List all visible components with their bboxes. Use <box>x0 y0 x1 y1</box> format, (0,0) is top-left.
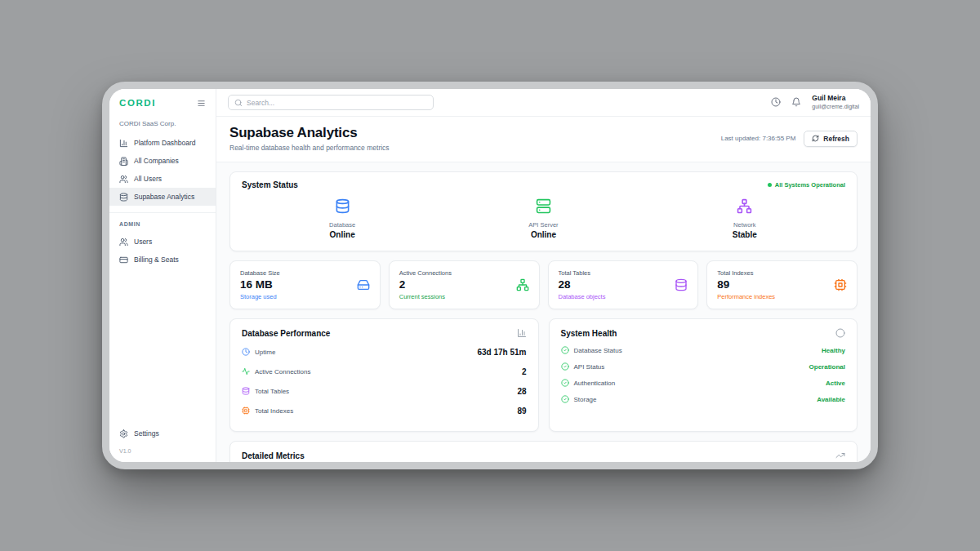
sidebar-nav: Platform Dashboard All Companies All Use… <box>109 134 216 206</box>
clock-icon[interactable] <box>771 97 781 107</box>
credit-card-icon <box>119 256 128 264</box>
circle-icon <box>835 328 845 338</box>
health-row-database-status: Database Status Healthy <box>561 342 846 358</box>
sidebar-admin-nav: Users Billing & Seats <box>109 233 216 269</box>
server-icon <box>536 198 551 214</box>
stat-sub: Performance indexes <box>717 293 775 300</box>
system-health-title: System Health <box>561 329 617 338</box>
status-item-label: Database <box>242 221 443 229</box>
status-item-label: Network <box>644 221 845 229</box>
health-row-label: Storage <box>574 396 597 403</box>
health-row-value: Healthy <box>822 347 845 354</box>
gear-icon <box>119 429 128 438</box>
activity-icon <box>242 367 250 375</box>
database-icon <box>119 193 128 202</box>
page-title: Supabase Analytics <box>229 125 390 141</box>
health-row-value: Available <box>817 396 845 403</box>
stat-value: 16 MB <box>240 278 280 291</box>
search-input[interactable] <box>247 99 427 107</box>
sidebar-item-billing-seats[interactable]: Billing & Seats <box>109 251 216 269</box>
hamburger-menu-icon[interactable] <box>197 99 206 108</box>
stat-label: Active Connections <box>399 269 452 277</box>
perf-row-value: 28 <box>517 387 526 396</box>
perf-row-value: 63d 17h 51m <box>477 348 526 357</box>
health-row-value: Active <box>826 380 845 387</box>
database-icon <box>675 278 688 291</box>
stat-card-total-indexes: Total Indexes 89 Performance indexes <box>706 260 858 309</box>
sidebar-item-platform-dashboard[interactable]: Platform Dashboard <box>109 134 216 152</box>
admin-section-label: ADMIN <box>119 221 206 227</box>
sidebar-item-all-companies[interactable]: All Companies <box>109 152 216 170</box>
status-dot-icon <box>768 183 772 187</box>
check-circle-icon <box>561 379 569 387</box>
sidebar-item-label: Platform Dashboard <box>134 139 196 147</box>
status-item-value: Online <box>242 230 443 239</box>
health-row-authentication: Authentication Active <box>561 375 846 391</box>
sidebar-item-label: Settings <box>134 429 159 438</box>
database-performance-card: Database Performance Uptime 63d 17h 51m … <box>229 318 539 432</box>
refresh-label: Refresh <box>823 135 849 143</box>
system-health-card: System Health Database Status Healthy AP… <box>549 318 858 432</box>
database-icon <box>242 387 250 395</box>
health-row-storage: Storage Available <box>561 391 846 407</box>
content-area: System Status All Systems Operational Da… <box>216 162 871 462</box>
sidebar-item-label: Billing & Seats <box>134 256 179 264</box>
status-badge-label: All Systems Operational <box>775 181 845 189</box>
stat-sub: Storage used <box>240 293 280 300</box>
stat-sub: Database objects <box>559 293 606 300</box>
mid-panels: Database Performance Uptime 63d 17h 51m … <box>229 318 858 432</box>
sidebar-item-users[interactable]: Users <box>109 233 216 251</box>
refresh-button[interactable]: Refresh <box>804 131 858 147</box>
perf-row-label: Active Connections <box>255 368 310 375</box>
status-item-database: Database Online <box>242 198 443 239</box>
stat-card-database-size: Database Size 16 MB Storage used <box>229 260 381 309</box>
app-version: V1.0 <box>119 448 206 454</box>
perf-row-active-connections: Active Connections 2 <box>242 362 527 381</box>
perf-row-value: 2 <box>522 367 527 376</box>
sidebar-item-settings[interactable]: Settings <box>109 424 216 442</box>
perf-row-label: Total Indexes <box>255 407 293 415</box>
sidebar-divider <box>109 212 216 213</box>
status-item-network: Network Stable <box>644 198 845 239</box>
sidebar-item-label: Supabase Analytics <box>134 193 194 201</box>
search-icon <box>234 99 243 107</box>
sidebar: CORDI CORDI SaaS Corp. Platform Dashboar… <box>109 89 216 462</box>
user-name: Guil Meira <box>812 94 859 103</box>
hard-drive-icon <box>357 278 370 291</box>
org-name: CORDI SaaS Corp. <box>119 120 206 127</box>
system-status-title: System Status <box>242 180 298 189</box>
perf-row-total-indexes: Total Indexes 89 <box>242 401 527 420</box>
health-row-value: Operational <box>809 363 845 371</box>
check-circle-icon <box>561 362 569 371</box>
health-row-label: Authentication <box>574 380 616 387</box>
cpu-icon <box>834 278 847 291</box>
sidebar-item-supabase-analytics[interactable]: Supabase Analytics <box>109 188 216 206</box>
user-menu[interactable]: Guil Meira guil@creme.digital <box>812 94 859 110</box>
stats-row: Database Size 16 MB Storage used Active … <box>229 260 858 309</box>
stat-label: Database Size <box>240 269 280 277</box>
detailed-metrics-title: Detailed Metrics <box>242 451 305 460</box>
health-row-api-status: API Status Operational <box>561 358 846 375</box>
perf-row-label: Uptime <box>255 349 275 356</box>
detailed-metrics-card: Detailed Metrics Database Information Da… <box>229 441 858 462</box>
database-icon <box>335 198 350 214</box>
app-logo: CORDI <box>119 98 156 108</box>
search-box[interactable] <box>228 95 434 110</box>
stat-label: Total Tables <box>559 269 606 277</box>
stat-value: 89 <box>717 278 775 291</box>
sidebar-item-label: All Companies <box>134 157 179 165</box>
bar-chart-icon <box>119 139 128 148</box>
app-window: CORDI CORDI SaaS Corp. Platform Dashboar… <box>102 82 878 469</box>
stat-card-total-tables: Total Tables 28 Database objects <box>548 260 699 309</box>
database-performance-title: Database Performance <box>242 329 330 338</box>
stat-label: Total Indexes <box>717 269 775 277</box>
sidebar-item-all-users[interactable]: All Users <box>109 170 216 188</box>
sidebar-item-label: All Users <box>134 175 162 183</box>
health-row-label: Database Status <box>574 347 622 354</box>
system-status-card: System Status All Systems Operational Da… <box>229 171 858 251</box>
bell-icon[interactable] <box>791 97 801 107</box>
refresh-icon <box>812 135 819 142</box>
perf-row-value: 89 <box>517 407 526 415</box>
stat-card-active-connections: Active Connections 2 Current sessions <box>389 260 540 309</box>
page-header: Supabase Analytics Real-time database he… <box>216 117 871 162</box>
